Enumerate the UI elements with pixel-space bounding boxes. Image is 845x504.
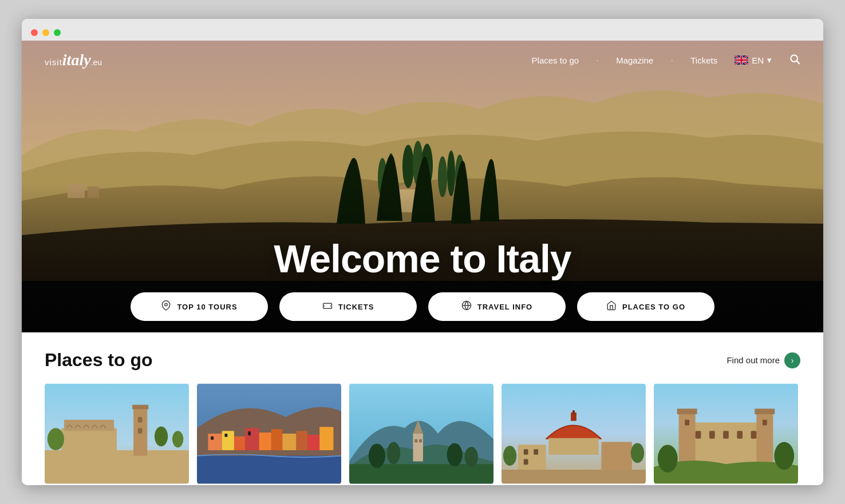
places-section: Places to go Find out more › <box>22 332 823 485</box>
tickets-icon <box>322 300 333 313</box>
svg-rect-78 <box>737 431 743 439</box>
svg-rect-79 <box>751 431 757 439</box>
svg-point-82 <box>658 445 678 472</box>
top-tours-button[interactable]: TOP 10 TOURS <box>131 292 268 321</box>
nav-divider-2: · <box>670 54 673 66</box>
svg-rect-76 <box>709 431 715 439</box>
svg-rect-35 <box>234 436 245 450</box>
browser-window: visititaly.eu Places to go · Magazine · … <box>22 19 823 485</box>
find-more-label: Find out more <box>726 355 780 365</box>
hero-title: Welcome to Italy <box>22 236 823 281</box>
search-icon[interactable] <box>789 53 800 68</box>
places-to-go-button[interactable]: PLACES TO GO <box>577 292 714 321</box>
svg-rect-60 <box>572 410 575 414</box>
svg-point-83 <box>774 442 794 470</box>
svg-rect-59 <box>571 412 577 421</box>
svg-rect-74 <box>755 408 775 414</box>
svg-point-56 <box>465 447 478 467</box>
svg-rect-41 <box>307 435 319 450</box>
places-header: Places to go Find out more › <box>45 350 800 371</box>
nav-magazine[interactable]: Magazine <box>616 55 653 65</box>
browser-chrome <box>22 19 823 41</box>
svg-rect-62 <box>601 442 631 473</box>
place-card-urbino[interactable] <box>654 382 798 485</box>
places-section-title: Places to go <box>45 350 153 371</box>
top-tours-icon <box>161 300 171 313</box>
svg-rect-40 <box>296 431 307 450</box>
dot-maximize[interactable] <box>54 29 61 36</box>
site-logo[interactable]: visititaly.eu <box>45 51 102 69</box>
find-more-arrow-icon: › <box>784 352 800 368</box>
svg-rect-43 <box>211 436 214 440</box>
flag-icon <box>735 55 748 65</box>
svg-rect-61 <box>518 445 546 472</box>
language-selector[interactable]: EN ▾ <box>735 55 772 65</box>
svg-rect-23 <box>61 428 117 455</box>
logo-italy-text: italy <box>62 51 91 69</box>
svg-rect-27 <box>138 417 143 423</box>
svg-rect-75 <box>696 431 701 439</box>
dot-minimize[interactable] <box>42 29 49 36</box>
svg-rect-80 <box>685 420 689 426</box>
nav-tickets[interactable]: Tickets <box>690 55 717 65</box>
svg-rect-48 <box>349 464 493 483</box>
svg-rect-33 <box>208 434 222 450</box>
svg-rect-37 <box>259 432 271 450</box>
place-card-florence[interactable] <box>502 382 646 485</box>
svg-rect-49 <box>413 434 422 461</box>
nav-links: Places to go · Magazine · Tickets EN ▾ <box>532 53 800 68</box>
svg-rect-71 <box>679 411 696 467</box>
svg-rect-28 <box>138 428 143 434</box>
svg-point-31 <box>172 431 183 447</box>
svg-rect-65 <box>524 459 528 465</box>
svg-rect-58 <box>548 438 598 455</box>
svg-point-29 <box>48 428 64 450</box>
hero-background <box>22 41 823 332</box>
svg-rect-38 <box>271 429 282 450</box>
svg-rect-26 <box>132 405 148 410</box>
places-to-go-label: PLACES TO GO <box>622 303 685 311</box>
svg-point-55 <box>447 443 463 466</box>
travel-info-button[interactable]: TRAVEL INFO <box>428 292 566 321</box>
svg-point-30 <box>155 426 168 446</box>
svg-point-68 <box>631 443 644 463</box>
places-carousel <box>45 382 800 485</box>
svg-rect-36 <box>245 428 259 450</box>
svg-rect-73 <box>677 408 697 414</box>
svg-point-67 <box>503 446 516 466</box>
svg-rect-64 <box>534 449 538 455</box>
svg-point-53 <box>369 443 385 468</box>
tickets-button[interactable]: TICKETS <box>279 292 417 321</box>
logo-eu-text: .eu <box>91 58 102 67</box>
lang-arrow: ▾ <box>767 55 772 65</box>
dot-close[interactable] <box>31 29 38 36</box>
nav-divider-1: · <box>596 54 599 66</box>
hero-actions: TOP 10 TOURS TICKETS TRA <box>22 292 823 321</box>
svg-rect-46 <box>197 456 341 483</box>
svg-line-17 <box>797 61 800 64</box>
top-tours-label: TOP 10 TOURS <box>177 303 237 311</box>
travel-info-icon <box>461 300 472 313</box>
svg-rect-63 <box>524 449 528 455</box>
svg-rect-44 <box>224 434 227 437</box>
svg-rect-42 <box>319 427 333 450</box>
svg-rect-72 <box>756 411 773 467</box>
lang-label: EN <box>752 55 764 65</box>
navbar: visititaly.eu Places to go · Magazine · … <box>22 41 823 80</box>
place-card-dolomites[interactable] <box>349 382 493 485</box>
place-card-rome[interactable] <box>45 382 189 485</box>
svg-rect-51 <box>414 439 417 443</box>
svg-rect-45 <box>248 431 251 435</box>
travel-info-label: TRAVEL INFO <box>477 303 532 311</box>
svg-rect-34 <box>222 431 234 450</box>
svg-rect-52 <box>419 439 422 443</box>
svg-rect-77 <box>723 431 729 439</box>
svg-point-54 <box>387 442 400 465</box>
nav-places-to-go[interactable]: Places to go <box>532 55 579 65</box>
svg-rect-81 <box>763 420 767 426</box>
find-out-more-link[interactable]: Find out more › <box>726 352 800 368</box>
logo-visit-text: visit <box>45 57 62 67</box>
hero-section: visititaly.eu Places to go · Magazine · … <box>22 41 823 332</box>
place-card-cinque-terre[interactable] <box>197 382 341 485</box>
tickets-label: TICKETS <box>338 303 374 311</box>
